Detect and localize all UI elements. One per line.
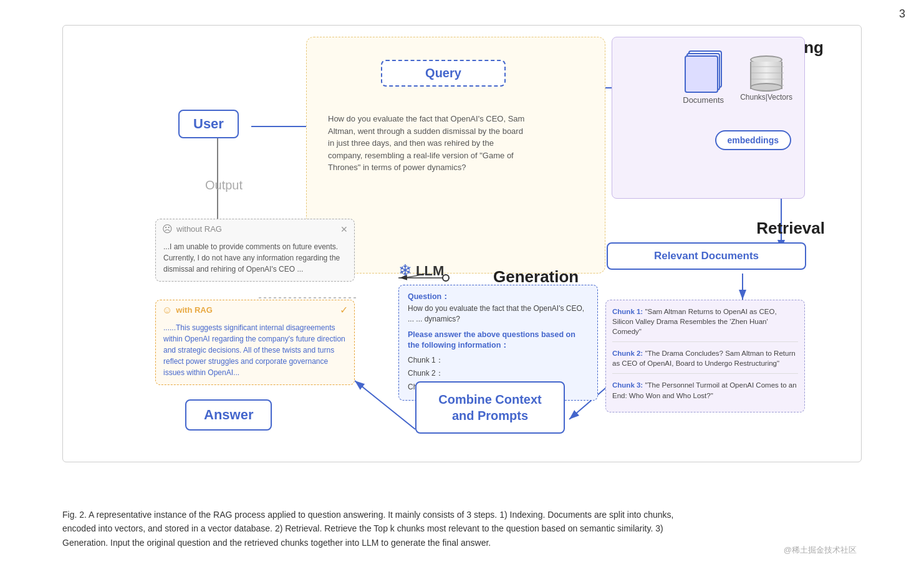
llm-label: LLM — [416, 263, 444, 279]
watermark: @稀土掘金技术社区 — [784, 545, 857, 556]
diagram: Indexing Documents — [63, 26, 861, 449]
user-label: User — [193, 116, 224, 132]
with-rag-text: ......This suggests significant internal… — [156, 320, 354, 384]
without-rag-title: ☹ without RAG — [162, 223, 222, 235]
chunks-container: Chunk 1: "Sam Altman Returns to OpenAI a… — [605, 300, 805, 412]
query-text: How do you evaluate the fact that OpenAI… — [322, 107, 534, 180]
gen-chunk2: Chunk 2： — [408, 367, 589, 381]
with-rag-container: ☺ with RAG ✓ ......This suggests signifi… — [155, 300, 355, 385]
cylinder — [750, 55, 782, 92]
chunk-item-3: Chunk 3: "The Personnel Turmoil at OpenA… — [612, 380, 798, 405]
database-icon: Chunks|Vectors — [740, 55, 792, 102]
doc-layer-3 — [685, 55, 718, 93]
happy-face-icon: ☺ — [162, 305, 172, 316]
chunk-item-2: Chunk 2: "The Drama Concludes? Sam Altma… — [612, 348, 798, 374]
chunk1-title: Chunk 1: — [612, 308, 643, 315]
relevant-docs-box: Relevant Documents — [607, 242, 806, 270]
close-icon: ✕ — [340, 224, 348, 234]
page-number: 3 — [899, 7, 905, 21]
llm-box: ❄ LLM — [398, 261, 444, 280]
documents-icon: Documents — [683, 50, 724, 105]
caption-line2: encoded into vectors, and stored in a ve… — [62, 522, 862, 535]
user-box: User — [178, 110, 239, 138]
query-label: Query — [393, 66, 493, 80]
sad-face-icon: ☹ — [162, 223, 173, 235]
generation-question-label: Question： — [408, 292, 589, 302]
retrieval-label: Retrieval — [756, 219, 825, 238]
diagram-container: Indexing Documents — [62, 25, 862, 462]
generation-instruction: Please answer the above questions based … — [408, 330, 589, 351]
check-icon: ✓ — [340, 304, 348, 316]
chunk2-title: Chunk 2: — [612, 350, 643, 357]
gen-chunk1: Chunk 1： — [408, 354, 589, 368]
chunks-vectors-label: Chunks|Vectors — [740, 93, 792, 102]
without-rag-container: ☹ without RAG ✕ ...I am unable to provid… — [155, 219, 355, 282]
answer-box: Answer — [185, 399, 272, 431]
cylinder-bottom — [750, 83, 782, 92]
with-rag-header: ☺ with RAG ✓ — [156, 300, 354, 320]
doc-stack — [685, 50, 722, 93]
combine-box: Combine Context and Prompts — [415, 381, 565, 434]
relevant-docs-label: Relevant Documents — [617, 250, 796, 262]
documents-label: Documents — [683, 95, 724, 105]
caption-line3: Generation. Input the original question … — [62, 536, 862, 550]
output-label: Output — [205, 178, 243, 193]
without-rag-header: ☹ without RAG ✕ — [156, 219, 354, 239]
chunk3-title: Chunk 3: — [612, 381, 643, 389]
combine-label: Combine Context and Prompts — [426, 391, 554, 424]
answer-label: Answer — [204, 407, 253, 423]
caption: Fig. 2. A representative instance of the… — [62, 508, 862, 550]
chunk-item-1: Chunk 1: "Sam Altman Returns to OpenAI a… — [612, 307, 798, 342]
generation-question-text: How do you evaluate the fact that the Op… — [408, 303, 589, 325]
without-rag-text: ...I am unable to provide comments on fu… — [156, 239, 354, 281]
with-rag-title: ☺ with RAG — [162, 305, 213, 316]
embeddings-box: embeddings — [715, 130, 791, 150]
generation-label: Generation — [493, 267, 579, 287]
query-box: Query — [381, 60, 506, 87]
caption-line1: Fig. 2. A representative instance of the… — [62, 508, 862, 522]
snowflake-icon: ❄ — [398, 261, 412, 280]
